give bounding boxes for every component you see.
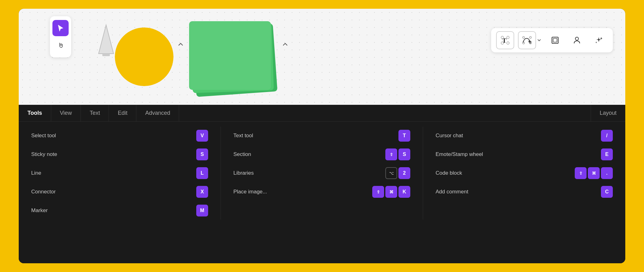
key-k: K — [398, 186, 410, 198]
svg-rect-13 — [552, 37, 558, 43]
menu-layout[interactable]: Layout — [591, 105, 625, 121]
svg-point-9 — [523, 36, 524, 38]
shortcuts-grid: Select tool V Sticky note S Line L — [19, 122, 625, 225]
shortcut-sticky-note: Sticky note S — [31, 145, 208, 163]
shortcut-sticky-keys: S — [196, 148, 208, 160]
shortcut-text-tool: Text tool T — [233, 127, 410, 145]
key-c: C — [601, 186, 613, 198]
app-frame: T — [19, 9, 625, 263]
key-dot: . — [601, 167, 613, 179]
shape-chevron-2[interactable] — [281, 40, 290, 49]
shortcut-sticky-label: Sticky note — [31, 151, 57, 158]
shortcut-place-image: Place image... ⇧ ⌘ K — [233, 183, 410, 201]
shortcut-line-keys: L — [196, 167, 208, 179]
circle-shape — [115, 27, 173, 86]
hand-tool-button[interactable] — [52, 37, 69, 54]
shortcut-cursor-chat-keys: / — [601, 130, 613, 142]
shortcuts-col-2: Text tool T Section ⇧ S Libraries ⌥ — [221, 127, 423, 220]
shortcut-select-tool: Select tool V — [31, 127, 208, 145]
key-e: E — [601, 148, 613, 160]
key-x: X — [196, 186, 208, 198]
pencil-shape — [96, 22, 116, 57]
shortcut-section-label: Section — [233, 151, 251, 158]
shortcut-cursor-chat-label: Cursor chat — [436, 133, 463, 139]
shortcut-text-keys: T — [398, 130, 410, 142]
shortcut-add-comment-label: Add comment — [436, 189, 468, 195]
shape-chevron-1[interactable] — [176, 40, 185, 49]
key-slash: / — [601, 130, 613, 142]
key-s: S — [196, 148, 208, 160]
shortcut-line-label: Line — [31, 170, 41, 176]
shortcut-libraries-keys: ⌥ 2 — [385, 167, 410, 179]
shortcut-libraries-label: Libraries — [233, 170, 254, 176]
svg-point-4 — [507, 36, 509, 39]
key-opt: ⌥ — [385, 167, 397, 179]
svg-point-15 — [575, 37, 578, 40]
svg-rect-14 — [553, 38, 557, 42]
shortcut-emote-keys: E — [601, 148, 613, 160]
shortcuts-col-3: Cursor chat / Emote/Stamp wheel E Code b… — [423, 127, 625, 220]
connector-tool-rt-button[interactable] — [518, 31, 536, 49]
svg-marker-0 — [99, 25, 114, 54]
shortcut-place-image-label: Place image... — [233, 189, 267, 195]
stamp-tool-rt-button[interactable] — [568, 31, 586, 49]
shortcut-marker-keys: M — [196, 205, 208, 216]
shortcut-text-label: Text tool — [233, 133, 253, 139]
shortcut-emote: Emote/Stamp wheel E — [436, 145, 613, 163]
shortcut-marker-label: Marker — [31, 207, 48, 214]
shortcuts-col-1: Select tool V Sticky note S Line L — [19, 127, 221, 220]
shortcut-select-label: Select tool — [31, 133, 56, 139]
menu-text[interactable]: Text — [81, 105, 109, 121]
menu-edit[interactable]: Edit — [109, 105, 136, 121]
key-shift-cb: ⇧ — [575, 167, 587, 179]
shortcut-code-block-keys: ⇧ ⌘ . — [575, 167, 613, 179]
connector-chevron[interactable] — [537, 38, 541, 42]
shortcut-emote-label: Emote/Stamp wheel — [436, 151, 483, 158]
bottom-panel: Tools View Text Edit Advanced Layout Sel… — [19, 105, 625, 263]
shortcut-code-block-label: Code block — [436, 170, 462, 176]
shortcut-place-image-keys: ⇧ ⌘ K — [372, 186, 410, 198]
shortcut-connector-keys: X — [196, 186, 208, 198]
key-shift-pi: ⇧ — [372, 186, 384, 198]
canvas-area[interactable]: T — [19, 9, 625, 105]
text-tool-rt-button[interactable]: T — [496, 31, 514, 49]
shortcut-section-keys: ⇧ S — [385, 148, 410, 160]
menu-bar: Tools View Text Edit Advanced Layout — [19, 105, 625, 122]
key-v: V — [196, 130, 208, 142]
frame-tool-rt-button[interactable] — [546, 31, 564, 49]
shortcut-libraries: Libraries ⌥ 2 — [233, 164, 410, 182]
shortcut-code-block: Code block ⇧ ⌘ . — [436, 164, 613, 182]
shortcut-marker: Marker M — [31, 202, 208, 220]
shortcut-connector: Connector X — [31, 183, 208, 201]
left-toolbar — [50, 16, 71, 57]
tool-group-select — [52, 20, 69, 54]
shortcut-connector-label: Connector — [31, 189, 56, 195]
right-toolbar: T — [491, 28, 613, 52]
svg-point-6 — [507, 42, 509, 44]
shortcut-add-comment-keys: C — [601, 186, 613, 198]
key-shift-s1: ⇧ — [385, 148, 397, 160]
key-m: M — [196, 205, 208, 216]
menu-advanced[interactable]: Advanced — [136, 105, 179, 121]
key-cmd-cb: ⌘ — [588, 167, 600, 179]
key-l: L — [196, 167, 208, 179]
key-2: 2 — [398, 167, 410, 179]
key-s2: S — [398, 148, 410, 160]
menu-tools[interactable]: Tools — [19, 105, 51, 121]
magic-tool-rt-button[interactable] — [590, 31, 608, 49]
key-t: T — [398, 130, 410, 142]
select-tool-button[interactable] — [52, 20, 69, 36]
shortcut-section: Section ⇧ S — [233, 145, 410, 163]
svg-rect-1 — [102, 54, 110, 56]
svg-text:T: T — [502, 36, 507, 44]
shortcut-select-keys: V — [196, 130, 208, 142]
menu-view[interactable]: View — [51, 105, 81, 121]
key-cmd-pi: ⌘ — [385, 186, 397, 198]
svg-point-10 — [529, 36, 531, 38]
shortcut-add-comment: Add comment C — [436, 183, 613, 201]
shortcut-line: Line L — [31, 164, 208, 182]
shortcut-cursor-chat: Cursor chat / — [436, 127, 613, 145]
